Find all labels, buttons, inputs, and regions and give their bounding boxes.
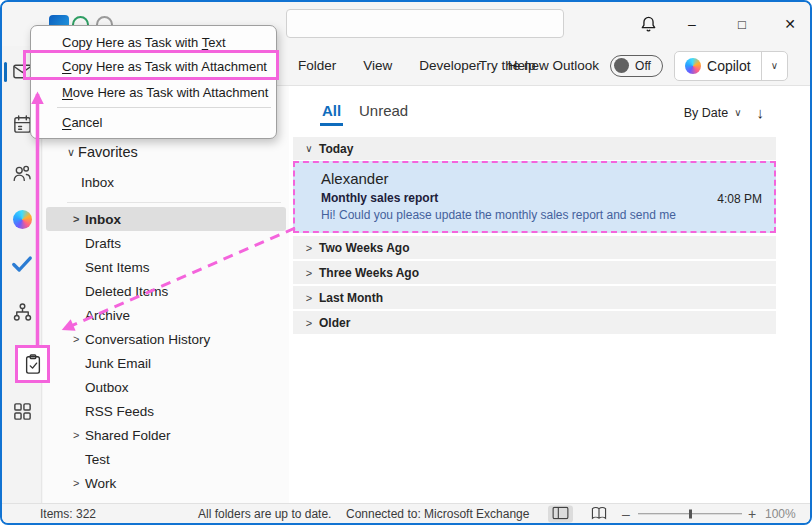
folder-item[interactable]: > Shared Folder xyxy=(46,423,286,447)
copilot-button-main[interactable]: Copilot xyxy=(675,52,761,80)
group-label: Two Weeks Ago xyxy=(319,241,409,255)
group-label: Three Weeks Ago xyxy=(319,266,419,280)
folder-item[interactable]: > Inbox xyxy=(46,207,286,231)
menu-item-move-here-as-task-with-attachment[interactable]: Move Here as Task with Attachment xyxy=(32,80,275,105)
collapsed-groups: > Two Weeks Ago > Three Weeks Ago > Last… xyxy=(293,236,776,336)
highlight-box-menu-item xyxy=(23,50,279,80)
try-new-outlook-label: Try the new Outlook xyxy=(479,58,599,73)
pane-divider xyxy=(67,202,281,203)
folder-label: Junk Email xyxy=(84,356,151,371)
zoom-level[interactable]: 100% xyxy=(765,507,796,521)
folder-item[interactable]: Outbox xyxy=(46,375,286,399)
folder-item[interactable]: Deleted Items xyxy=(46,279,286,303)
chevron-down-icon: ∨ xyxy=(734,107,741,118)
people-icon[interactable] xyxy=(10,162,34,186)
layout-view-icon[interactable] xyxy=(548,505,573,522)
close-button[interactable]: ✕ xyxy=(776,10,804,38)
chevron-right-icon[interactable]: > xyxy=(299,292,319,304)
favorites-item-inbox[interactable]: Inbox xyxy=(81,175,114,190)
new-outlook-toggle[interactable]: Off xyxy=(610,55,663,77)
folder-label: Shared Folder xyxy=(84,428,171,443)
outlook-window: – □ ✕ Folder View Developer Help Try the… xyxy=(0,0,812,525)
chevron-right-icon[interactable]: > xyxy=(299,267,319,279)
folder-item[interactable]: > Conversation History xyxy=(46,327,286,351)
folder-label: Deleted Items xyxy=(84,284,168,299)
sort-dropdown[interactable]: By Date ∨ ↓ xyxy=(684,104,764,121)
ribbon-tab[interactable]: View xyxy=(363,58,392,73)
favorites-header[interactable]: ∨ Favorites xyxy=(67,144,138,160)
folder-item[interactable]: RSS Feeds xyxy=(46,399,286,423)
folder-list: > Inbox Drafts Sent Items xyxy=(43,207,289,503)
sort-label: By Date xyxy=(684,106,728,120)
menubar-right-group: Try the new Outlook Off Copilot ∨ xyxy=(479,46,788,85)
email-preview: Hi! Could you please update the monthly … xyxy=(321,208,676,222)
chevron-down-icon[interactable]: ∨ xyxy=(299,143,319,154)
group-header[interactable]: > Last Month xyxy=(293,286,776,309)
menu-item-text: Cancel xyxy=(62,115,102,130)
folder-label: Archive xyxy=(84,308,130,323)
folder-item[interactable]: > Search Folders xyxy=(46,495,286,503)
group-label: Last Month xyxy=(319,291,383,305)
items-count: Items: 322 xyxy=(40,507,96,521)
group-label: Older xyxy=(319,316,350,330)
chevron-right-icon[interactable]: > xyxy=(73,333,84,345)
folder-item[interactable]: Drafts xyxy=(46,231,286,255)
chevron-right-icon[interactable]: > xyxy=(73,429,84,441)
to-do-icon[interactable] xyxy=(10,252,34,276)
folder-label: Sent Items xyxy=(84,260,150,275)
copilot-icon xyxy=(685,58,701,74)
chevron-right-icon[interactable]: > xyxy=(299,317,319,329)
reading-view-icon[interactable] xyxy=(590,505,608,523)
zoom-in-button[interactable]: + xyxy=(748,506,756,522)
folder-item[interactable]: Archive xyxy=(46,303,286,327)
copilot-label: Copilot xyxy=(707,58,751,74)
apps-icon[interactable] xyxy=(10,399,34,423)
folder-item[interactable]: Junk Email xyxy=(46,351,286,375)
group-header-today[interactable]: ∨ Today xyxy=(293,137,776,160)
copilot-rail-icon[interactable] xyxy=(10,207,34,231)
search-input[interactable] xyxy=(286,9,564,38)
bell-icon[interactable] xyxy=(634,10,662,38)
tab-all[interactable]: All xyxy=(320,102,343,126)
active-module-indicator xyxy=(4,62,7,82)
zoom-slider-thumb[interactable] xyxy=(689,509,692,518)
main-content: ∨ Favorites Inbox > Inbox Drafts xyxy=(43,86,810,503)
ribbon-tab[interactable]: Folder xyxy=(298,58,336,73)
group-header[interactable]: > Older xyxy=(293,311,776,334)
zoom-out-button[interactable]: – xyxy=(622,506,630,522)
maximize-button[interactable]: □ xyxy=(728,10,756,38)
copilot-button[interactable]: Copilot ∨ xyxy=(674,51,788,81)
ribbon-tab[interactable]: Developer xyxy=(419,58,481,73)
status-bar: Items: 322 All folders are up to date. C… xyxy=(2,503,810,523)
folder-label: RSS Feeds xyxy=(84,404,154,419)
group-header[interactable]: > Two Weeks Ago xyxy=(293,236,776,259)
org-chart-icon[interactable] xyxy=(10,300,34,324)
email-item-selected[interactable]: Alexander Monthly sales report Hi! Could… xyxy=(293,161,776,233)
chevron-down-icon[interactable]: ∨ xyxy=(67,146,75,159)
chevron-right-icon[interactable]: > xyxy=(73,477,84,489)
tab-unread[interactable]: Unread xyxy=(359,102,408,119)
folder-label: Conversation History xyxy=(84,332,210,347)
context-menu: Copy Here as Task with Text Copy Here as… xyxy=(30,25,277,139)
folder-item[interactable]: Sent Items xyxy=(46,255,286,279)
minimize-button[interactable]: – xyxy=(678,10,706,38)
folder-item[interactable]: Test xyxy=(46,447,286,471)
favorites-label: Favorites xyxy=(78,144,138,160)
group-label: Today xyxy=(319,142,353,156)
message-list: All Unread By Date ∨ ↓ ∨ Today Alexander… xyxy=(293,86,778,503)
chevron-right-icon[interactable]: > xyxy=(299,242,319,254)
email-subject: Monthly sales report xyxy=(321,191,438,205)
connection-status: Connected to: Microsoft Exchange xyxy=(346,507,529,521)
toggle-state-label: Off xyxy=(635,59,651,73)
menu-item-text: Move Here as Task with Attachment xyxy=(62,85,268,100)
folder-item[interactable]: > Work xyxy=(46,471,286,495)
menu-item-cancel[interactable]: Cancel xyxy=(32,110,275,134)
group-header[interactable]: > Three Weeks Ago xyxy=(293,261,776,284)
folders-status: All folders are up to date. xyxy=(198,507,331,521)
folder-label: Drafts xyxy=(84,236,121,251)
copilot-dropdown-button[interactable]: ∨ xyxy=(761,52,787,80)
tasks-icon[interactable] xyxy=(15,345,50,383)
chevron-right-icon[interactable]: > xyxy=(73,213,84,225)
email-sender: Alexander xyxy=(321,170,389,187)
sort-direction-icon[interactable]: ↓ xyxy=(757,104,765,121)
